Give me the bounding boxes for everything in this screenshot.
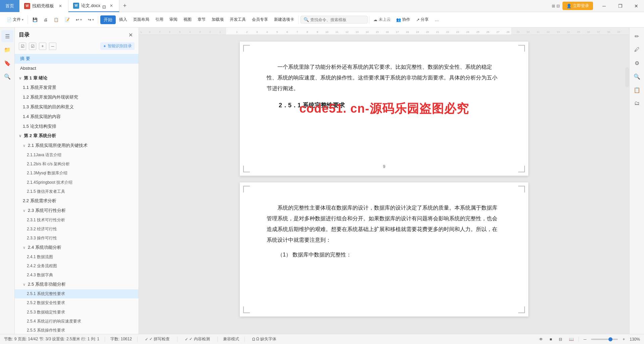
home-tab[interactable]: 首页 bbox=[0, 0, 19, 12]
toc-expand-2.3[interactable]: ∨ bbox=[23, 209, 26, 213]
doc-area[interactable]: 一个系统里除了功能分析外还有系统的其它要求。比如完整性、数据的安全性、系统的稳定… bbox=[139, 35, 629, 334]
toc-item-2.5.3[interactable]: 2.5.3 数据稳定性要求 bbox=[15, 308, 139, 317]
share-button[interactable]: ↗ 分享 bbox=[414, 15, 431, 24]
ai-recognize-btn[interactable]: ✦ 智能识别目录 bbox=[100, 42, 135, 50]
layout-toggle[interactable]: ⊞ ⊟ bbox=[552, 4, 560, 8]
toc-item-abstract-cn[interactable]: 摘 要 bbox=[15, 54, 139, 64]
toc-item-2.4[interactable]: ∨ 2.4 系统功能分析 bbox=[15, 243, 139, 252]
sidebar-expand-btn[interactable]: + bbox=[39, 43, 46, 50]
right-panel-pen-btn[interactable]: 🖊 bbox=[631, 44, 643, 56]
addons-tab-btn[interactable]: 加载项 bbox=[209, 15, 226, 24]
doc-tab-close[interactable]: ✕ bbox=[108, 3, 114, 9]
zoom-out-btn[interactable]: ─ bbox=[582, 336, 589, 342]
member-tab-btn[interactable]: 会员专享 bbox=[249, 15, 271, 24]
toc-item-abstract-en[interactable]: Abstract bbox=[15, 64, 139, 73]
toc-item-1.1[interactable]: 1.1 系统开发背景 bbox=[15, 83, 139, 93]
sidebar-close-icon[interactable]: ✕ bbox=[126, 31, 135, 39]
view-tab-btn[interactable]: 视图 bbox=[181, 15, 194, 24]
toc-item-2.4.3[interactable]: 2.4.3 数据字典 bbox=[15, 271, 139, 280]
toc-item-1.2[interactable]: 1.2 系统开发国内外现状研究 bbox=[15, 93, 139, 102]
file-menu-button[interactable]: 📄 文件 ▾ bbox=[4, 15, 26, 24]
bookmark-sidebar-btn[interactable]: 🔖 bbox=[1, 57, 13, 69]
print-button[interactable]: 🖨 bbox=[41, 16, 50, 23]
references-tab-btn[interactable]: 引用 bbox=[153, 15, 166, 24]
toc-item-2.1.1[interactable]: 2.1.1Java 语言介绍 bbox=[15, 151, 139, 160]
missing-font-btn[interactable]: Ω Ω 缺失字体 bbox=[250, 336, 278, 343]
file-sidebar-btn[interactable]: 📁 bbox=[1, 44, 13, 56]
toc-item-2.1.5[interactable]: 2.1.5 微信开发者工具 bbox=[15, 187, 139, 196]
save-button[interactable]: 💾 bbox=[30, 16, 40, 23]
right-panel-clipboard-btn[interactable]: 📋 bbox=[631, 84, 643, 96]
new-select-tab-btn[interactable]: 新建选项卡 bbox=[271, 15, 297, 24]
sidebar-collapse-btn[interactable]: ─ bbox=[49, 43, 56, 50]
layout-tab-btn[interactable]: 页面布局 bbox=[130, 15, 152, 24]
zoom-slider[interactable] bbox=[591, 339, 618, 340]
read-view-btn[interactable]: 📖 bbox=[567, 336, 576, 342]
chapter-tab-btn[interactable]: 章节 bbox=[195, 15, 208, 24]
developer-tab-btn[interactable]: 开发工具 bbox=[227, 15, 249, 24]
toc-expand-ch1[interactable]: ∨ bbox=[19, 76, 22, 80]
toc-item-2.5.5[interactable]: 2.5.5 系统操作性要求 bbox=[15, 326, 139, 334]
toc-item-2.3.3[interactable]: 2.3.3 操作可行性 bbox=[15, 234, 139, 243]
toc-item-2.3.2[interactable]: 2.3.2 经济可行性 bbox=[15, 225, 139, 234]
undo-button[interactable]: ↩▾ bbox=[73, 16, 85, 23]
toc-item-2.5.2[interactable]: 2.5.2 数据安全性要求 bbox=[15, 298, 139, 307]
toc-expand-2.4[interactable]: ∨ bbox=[23, 245, 26, 249]
toc-item-2.5.4[interactable]: 2.5.4 系统运行的响应速度要求 bbox=[15, 317, 139, 326]
new-tab-button[interactable]: + bbox=[119, 0, 130, 12]
toc-item-2.3.1[interactable]: 2.3.1 技术可行性分析 bbox=[15, 216, 139, 225]
restore-button[interactable]: ❐ bbox=[612, 0, 628, 12]
sidebar-checkbox2[interactable]: ☑ bbox=[29, 43, 36, 50]
search-bar[interactable]: 🔍 bbox=[301, 16, 368, 23]
spell-check-btn[interactable]: ✓ ✓ 拼写检查 bbox=[143, 336, 172, 343]
toc-item-2.1.3[interactable]: 2.1.3Mysql 数据库介绍 bbox=[15, 169, 139, 178]
more-button[interactable]: … bbox=[432, 16, 441, 23]
cloud-status-btn[interactable]: ☁ 未上云 bbox=[371, 17, 393, 22]
right-panel-settings-btn[interactable]: ⚙ bbox=[631, 57, 643, 69]
toc-item-2.5.1[interactable]: 2.5.1 系统完整性要求 bbox=[15, 289, 139, 298]
toc-item-2.4.2[interactable]: 2.4.2 业务流程图 bbox=[15, 262, 139, 271]
toc-item-2.1.2[interactable]: 2.1.2b/s 和 c/s 架构分析 bbox=[15, 160, 139, 169]
toc-item-2.5[interactable]: ∨ 2.5 系统非功能分析 bbox=[15, 280, 139, 289]
search-sidebar-btn[interactable]: 🔍 bbox=[1, 70, 13, 82]
doc-tab[interactable]: W 论文.docx ⊡ ✕ bbox=[68, 0, 119, 12]
toc-item-2.1[interactable]: ∨ 2.1 系统实现所使用的关键技术 bbox=[15, 141, 139, 151]
toc-item-2.1.4[interactable]: 2.1.4Springboot 技术介绍 bbox=[15, 178, 139, 187]
toc-sidebar-btn[interactable]: ☰ bbox=[1, 30, 13, 42]
toc-expand-2.1[interactable]: ∨ bbox=[23, 144, 26, 148]
toc-item-2.4.1[interactable]: 2.4.1 数据流图 bbox=[15, 252, 139, 262]
search-input[interactable] bbox=[310, 17, 361, 22]
close-button[interactable]: ✕ bbox=[629, 0, 644, 12]
toc-item-2.2[interactable]: 2.2 系统需求分析 bbox=[15, 196, 139, 206]
format-button[interactable]: 📝 bbox=[62, 16, 72, 23]
wps-tab[interactable]: W 找稻壳模板 ✕ bbox=[19, 0, 68, 12]
toc-item-1.3[interactable]: 1.3 系统实现的目的和意义 bbox=[15, 102, 139, 112]
toc-expand-2.5[interactable]: ∨ bbox=[23, 282, 26, 286]
web-view-btn[interactable]: ⊟ bbox=[557, 336, 564, 342]
redo-button[interactable]: ↪▾ bbox=[85, 16, 97, 23]
copy-button[interactable]: 📋 bbox=[51, 16, 61, 23]
toc-item-1.4[interactable]: 1.4 系统实现的内容 bbox=[15, 112, 139, 122]
toc-item-ch1[interactable]: ∨ 第 1 章 绪论 bbox=[15, 73, 139, 83]
right-panel-find-btn[interactable]: 🔍 bbox=[631, 70, 643, 82]
layout-view-btn[interactable]: ■ bbox=[548, 336, 554, 342]
register-button[interactable]: 👤 立即登录 bbox=[562, 2, 593, 10]
toc-label-2.1.5: 2.1.5 微信开发者工具 bbox=[27, 189, 65, 194]
content-check-btn[interactable]: ✓ ✓ 内容检测 bbox=[183, 336, 212, 343]
wps-tab-close[interactable]: ✕ bbox=[57, 3, 63, 9]
review-tab-btn[interactable]: 审阅 bbox=[167, 15, 180, 24]
zoom-thumb[interactable] bbox=[608, 337, 612, 341]
right-panel-toc-btn[interactable]: 🗂 bbox=[631, 97, 643, 109]
zoom-in-btn[interactable]: + bbox=[621, 336, 627, 342]
toc-expand-ch2[interactable]: ∨ bbox=[19, 134, 22, 138]
toc-item-ch2[interactable]: ∨ 第 2 章 系统分析 bbox=[15, 131, 139, 141]
toc-item-1.5[interactable]: 1.5 论文结构安排 bbox=[15, 122, 139, 131]
insert-tab-btn[interactable]: 插入 bbox=[116, 15, 130, 24]
toc-item-2.3[interactable]: ∨ 2.3 系统可行性分析 bbox=[15, 206, 139, 216]
eye-view-btn[interactable]: 👁 bbox=[537, 336, 545, 342]
start-tab-btn[interactable]: 开始 bbox=[100, 15, 116, 24]
minimize-button[interactable]: ─ bbox=[596, 0, 612, 12]
collaborate-button[interactable]: 👥 协作 bbox=[393, 15, 413, 24]
sidebar-checkbox1[interactable]: ☑ bbox=[19, 43, 26, 50]
right-panel-edit-btn[interactable]: ✏ bbox=[631, 30, 643, 42]
